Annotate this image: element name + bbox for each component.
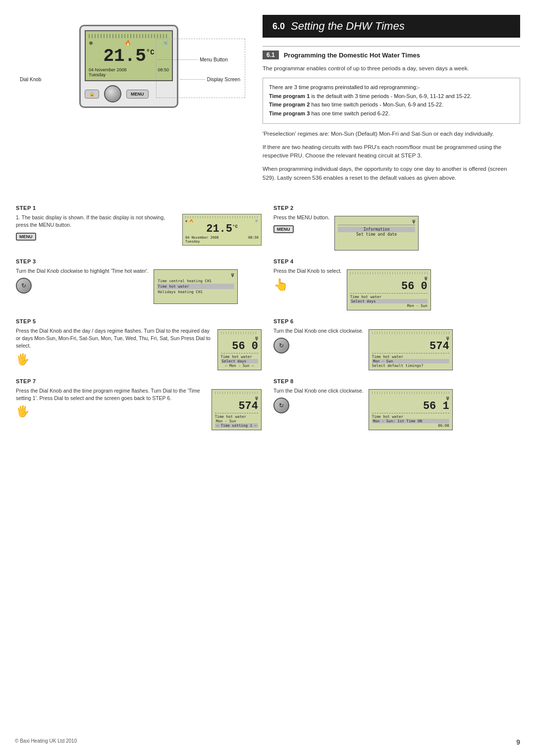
display-screen-annotation: Display Screen [180,77,240,82]
steps-section: STEP 1 1. The basic display is shown. If… [10,202,525,435]
step-8-container: STEP 8 Turn the Dial Knob one click cloc… [268,375,525,435]
step-8-label: STEP 8 [273,378,519,384]
prog3-text: has one time switch period 6-22. [311,110,389,116]
step-4-text-area: Press the Dial Knob to select. 👆 [273,267,342,292]
step-6-label: STEP 6 [273,318,519,324]
menu-btn-step1[interactable]: MENU [16,233,36,241]
step-8-text: Turn the Dial Knob one click clockwise. [273,387,364,395]
prog2-text: has two time switch periods - Mon-Sun, 6… [311,101,443,107]
step-3-text: Turn the Dial Knob clockwise to highligh… [16,267,149,275]
step-2-text: Press the MENU button. [273,214,329,221]
step-5-label: STEP 5 [16,318,262,324]
info-prog3: Time program 3 has one time switch perio… [269,109,514,118]
info-box: There are 3 time programs preinstalled t… [263,78,520,123]
step-5-text-area: Press the Dial Knob and the day / days r… [16,327,213,366]
step-7-label: STEP 7 [16,378,262,384]
main-thermostat: ❄ 🔥 🚿 21.5°C 04 November 2008 08:50 Tues… [79,25,178,108]
step-3-label: STEP 3 [16,258,262,264]
segment-bar [89,34,169,38]
menu-button-main[interactable]: MENU [126,90,149,99]
info-line1: There are 3 time programs preinstalled t… [269,83,514,92]
page-number: 9 [516,738,520,746]
step1-device: ❄ 🔥🚿 21.5°C 04 November 200808:50 Tuesda… [182,214,262,246]
heating-circuits-paragraph: If there are two heating circuits with t… [263,143,520,160]
display-dotted-line [180,79,205,80]
menu-btn-annotation: Menu Button [158,57,228,62]
step-row-3-4: STEP 3 Turn the Dial Knob clockwise to h… [10,255,525,315]
prog3-label: Time program 3 [269,110,310,116]
step-6-text-area: Turn the Dial Knob one click clockwise. … [273,327,364,353]
dial-knob-label: Dial Knob [20,77,41,82]
step-3-container: STEP 3 Turn the Dial Knob clockwise to h… [10,255,268,315]
section-title: Setting the DHW Times [291,20,405,33]
header-divider [263,46,520,47]
step-7-text-area: Press the Dial Knob and the time program… [16,387,207,418]
left-column: ❄ 🔥 🚿 21.5°C 04 November 2008 08:50 Tues… [15,15,243,118]
subsection-title: Programming the Domestic Hot Water Times [284,51,420,59]
step-2-container: STEP 2 Press the MENU button. MENU ψ Inf… [268,202,525,255]
hot-water-icon: 🚿 [162,40,169,47]
step-3-lcd: ψ Time central heating CH1 Time hot wate… [154,269,238,304]
dial-knob-annotation: Dial Knob [20,77,43,82]
prog2-label: Time program 2 [269,101,310,107]
step-1-text-area: 1. The basic display is shown. If the ba… [16,214,177,242]
programming-paragraph: When programming individual days, the op… [263,165,520,182]
menu-btn-step2[interactable]: MENU [273,225,294,233]
step-6-lcd: ψ 574 Time hot water Mon - Sun Select de… [369,329,453,370]
temp-unit: °C [146,49,155,56]
temp-value: 21.5 [103,46,146,66]
step-1-text: 1. The basic display is shown. If the ba… [16,214,177,229]
subsection-number: 6.1 [263,50,279,59]
step-1-label: STEP 1 [16,205,262,211]
step-row-5-6: STEP 5 Press the Dial Knob and the day /… [10,315,525,375]
time-display: 08:50 [158,67,169,72]
step-3-text-area: Turn the Dial Knob clockwise to highligh… [16,267,149,294]
step-4-lcd: ψ 56 0 Time hot water Select days Mon - … [347,269,431,310]
step-4-container: STEP 4 Press the Dial Knob to select. 👆 … [268,255,525,315]
step-7-container: STEP 7 Press the Dial Knob and the time … [10,375,268,435]
snowflake-icon: ❄ [89,40,93,47]
dial-clockwise-step6: ↻ [273,338,289,353]
step-6-text: Turn the Dial Knob one click clockwise. [273,327,364,335]
main-dial-knob[interactable] [104,85,121,102]
subsection-header: 6.1 Programming the Domestic Hot Water T… [263,50,520,59]
step-5-container: STEP 5 Press the Dial Knob and the day /… [10,315,268,375]
step-8-lcd: ψ 56 1 Time hot water Mon - Sun: 1st Tim… [369,389,453,430]
device-diagram-area: ❄ 🔥 🚿 21.5°C 04 November 2008 08:50 Tues… [15,25,243,108]
controls-row: 🔒 MENU [85,85,173,102]
display-screen-label: Display Screen [207,77,240,82]
temperature-display: 21.5°C [89,48,169,65]
intro-paragraph: The programmar enables control of up to … [263,64,520,73]
hand-dial-icon: 🖐 [16,353,29,365]
finger-press-icon: 👆 [273,278,288,292]
step-2-text-area: Press the MENU button. MENU [273,214,329,234]
page-footer: © Baxi Heating UK Ltd 2010 9 [15,738,520,746]
info-prog2: Time program 2 has two time switch perio… [269,101,514,109]
step-2-lcd: ψ Information Set time and date [334,216,419,251]
lock-button[interactable]: 🔒 [85,90,99,99]
info-prog1: Time program 1 is the default with 3 tim… [269,92,514,101]
main-thermostat-screen: ❄ 🔥 🚿 21.5°C 04 November 2008 08:50 Tues… [85,30,173,81]
step-5-lcd: ψ 56 0 Time hot water Select days – Mon … [217,329,262,370]
menu-button-label: Menu Button [200,57,228,62]
step-8-text-area: Turn the Dial Knob one click clockwise. … [273,387,364,413]
step-row-7-8: STEP 7 Press the Dial Knob and the time … [10,375,525,435]
section-header: 6.0 Setting the DHW Times [263,15,520,38]
step-6-container: STEP 6 Turn the Dial Knob one click cloc… [268,315,525,375]
step-4-label: STEP 4 [273,258,519,264]
step-row-1-2: STEP 1 1. The basic display is shown. If… [10,202,525,255]
prog1-text: is the default with 3 time periods - Mon… [311,93,471,99]
section-number: 6.0 [272,21,285,32]
prog1-label: Time program 1 [269,93,310,99]
step-1-container: STEP 1 1. The basic display is shown. If… [10,202,268,255]
preselection-paragraph: 'Preselection' regimes are: Mon-Sun (Def… [263,130,520,138]
dial-clockwise-icon: ↻ [16,278,32,294]
day-display: Tuesday [89,72,169,77]
date-row: 04 November 2008 08:50 [89,67,169,72]
hand-press-step7: 🖐 [16,405,29,417]
date-display: 04 November 2008 [89,67,127,72]
menu-dotted-line [158,59,198,60]
step-7-text: Press the Dial Knob and the time program… [16,387,207,402]
step-5-text: Press the Dial Knob and the day / days r… [16,327,213,350]
step-7-lcd: ψ 574 Time hot water Mon - Sun – Time se… [212,389,262,430]
